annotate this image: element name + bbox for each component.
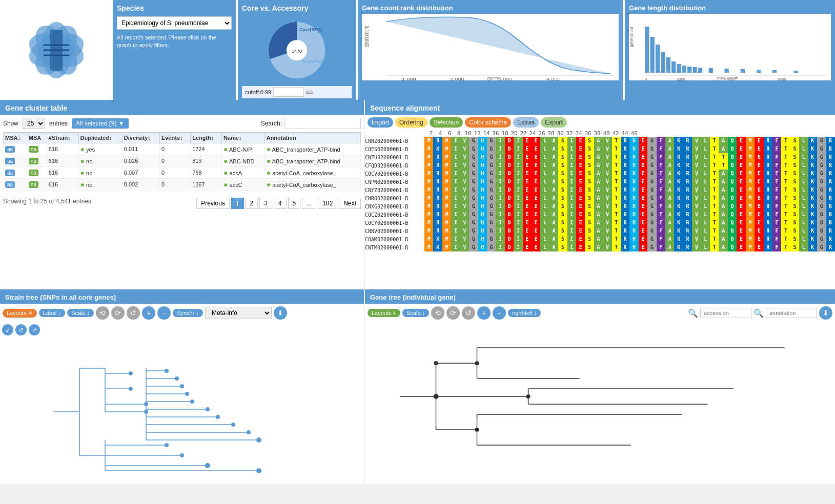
col-msa2[interactable]: MSA <box>27 133 47 143</box>
seq-row[interactable]: CNYZ02000001-BMRMIVGHGIDIEELASIESAVTRHEG… <box>365 186 835 194</box>
gene-length-chart[interactable]: gene count <box>629 14 831 80</box>
collapse-icon[interactable]: ⟳ <box>111 306 125 320</box>
color-scheme-button[interactable]: Color scheme <box>465 117 511 128</box>
page-2-button[interactable]: 2 <box>246 198 258 209</box>
svg-rect-35 <box>757 70 761 73</box>
table-row[interactable]: aa na 616 ● no 0.026 0 813 ● ABC-NBD ● A… <box>4 155 361 167</box>
cutoff-input[interactable] <box>273 88 304 97</box>
prev-button[interactable]: Previous <box>196 198 230 209</box>
rotate-center-icon[interactable]: ↺ <box>15 324 27 335</box>
cell-badge2[interactable]: na <box>27 143 47 155</box>
seq-row-label: CNTM02000001-B <box>365 245 424 250</box>
cell-badge2[interactable]: na <box>27 167 47 179</box>
seq-residue: I <box>451 235 460 243</box>
annotation-search-input[interactable] <box>766 308 817 318</box>
col-name[interactable]: Name↕ <box>222 133 265 143</box>
col-strain[interactable]: #Strain↕ <box>47 133 78 143</box>
gene-count-chart[interactable]: strain count 1,000 2,000 3,000 4,000 gen… <box>362 14 619 80</box>
seq-row[interactable]: CNNZ02000001-BMRMIVGHGIDIEELASIESAVTRHEG… <box>365 137 835 145</box>
col-duplicated[interactable]: Duplicated↕ <box>78 133 122 143</box>
zoom-out-icon[interactable]: − <box>157 306 171 320</box>
download-tree-button[interactable]: ⬇ <box>274 306 287 320</box>
seq-row[interactable]: COCY02000001-BMRMIVGHGIDIEELASIESAVTRHEG… <box>365 219 835 227</box>
download-gene-tree-button[interactable]: ⬇ <box>819 306 832 320</box>
col-diversity[interactable]: Diversity↕ <box>122 133 159 143</box>
species-description: All records selected. Please click on th… <box>117 34 232 50</box>
seq-row[interactable]: CNNV02000001-BMRMIVGHGIDIEELASIESAVTRHEG… <box>365 227 835 235</box>
zoom-in-icon[interactable]: + <box>142 306 155 320</box>
gene-tree-canvas[interactable] <box>365 322 835 471</box>
accession-search-input[interactable] <box>700 308 751 318</box>
table-row[interactable]: aa na 616 ● yes 0.011 0 1724 ● ABC-N/P ●… <box>4 143 361 155</box>
page-4-button[interactable]: 4 <box>274 198 287 209</box>
reset-icon[interactable]: ↺ <box>127 306 140 320</box>
seq-residue: T <box>781 153 790 161</box>
seq-row[interactable]: CNZU02000001-BMRMIVGHGIDIEELASIESAVTRHEG… <box>365 153 835 161</box>
gene-flip-icon[interactable]: ⟲ <box>431 306 444 320</box>
gene-rightleft-button[interactable]: right-left ↓ <box>508 309 541 317</box>
cell-badge2[interactable]: na <box>27 155 47 167</box>
seq-row[interactable]: CNRO02000001-BMRMIVGHGIDIEELASIESAVTRHEG… <box>365 194 835 202</box>
gene-collapse-icon[interactable]: ⟳ <box>446 306 460 320</box>
flip-icon[interactable]: ⟲ <box>96 306 109 320</box>
scale-button[interactable]: Scale ↓ <box>67 309 94 317</box>
pie-chart[interactable]: 1470 Core(32%) Acc(67%) <box>242 14 352 86</box>
show-select[interactable]: 25 <box>23 118 45 129</box>
label-button[interactable]: Label ↓ <box>39 309 65 317</box>
meta-info-select[interactable]: Meta-info <box>205 307 272 319</box>
ordering-button[interactable]: Ordering <box>395 117 427 128</box>
seq-residue: D <box>505 235 514 243</box>
cell-badge1[interactable]: aa <box>4 179 27 191</box>
cell-badge1[interactable]: aa <box>4 167 27 179</box>
gene-zoom-in-icon[interactable]: + <box>477 306 491 320</box>
rotate-left-icon[interactable]: ↙ <box>2 324 13 335</box>
table-row[interactable]: aa na 616 ● no 0.002 0 1367 ● accC ● ace… <box>4 179 361 191</box>
all-selected-button[interactable]: All selected (9) ▼ <box>72 118 129 129</box>
seq-residue: K <box>808 227 817 235</box>
seq-residue: S <box>790 153 799 161</box>
cell-badge1[interactable]: aa <box>4 143 27 155</box>
seq-row[interactable]: CNXG02000001-BMRMIVGHGIDIEELASIESAVTRHEG… <box>365 202 835 211</box>
search-input[interactable] <box>284 118 361 129</box>
synchr-button[interactable]: Synchr ↓ <box>173 309 203 317</box>
cell-badge1[interactable]: aa <box>4 155 27 167</box>
seq-row[interactable]: CFQD02000001-BMRMIVGHGIDIEELASIESAVTRHEG… <box>365 161 835 170</box>
seq-residue: A <box>719 219 727 227</box>
svg-rect-22 <box>650 37 654 73</box>
layouts-button[interactable]: Layouts ✕ <box>3 309 37 318</box>
page-ellipsis-button[interactable]: ... <box>302 198 316 209</box>
extras-button[interactable]: Extras <box>513 117 539 128</box>
species-dropdown[interactable]: Epidemiology of S. pneumoniae <box>117 16 232 30</box>
strain-tree-canvas[interactable] <box>0 338 364 484</box>
seq-residue: E <box>523 194 532 202</box>
rotate-right-icon[interactable]: ↗ <box>29 324 40 335</box>
cell-events: 0 <box>159 179 190 191</box>
seq-residue: I <box>496 137 504 145</box>
gene-reset-icon[interactable]: ↺ <box>462 306 475 320</box>
seq-row[interactable]: CNPN02000001-BMRMIVGHGIDIEELASIESAVTRHEG… <box>365 178 835 186</box>
gene-layouts-button[interactable]: Layouts + <box>368 309 400 317</box>
seq-row[interactable]: COES02000001-BMKMIVGHGIDIEELASIESAVTRHEG… <box>365 145 835 153</box>
col-events[interactable]: Events↕ <box>159 133 190 143</box>
import-button[interactable]: Import <box>368 117 393 128</box>
page-1-button[interactable]: 1 <box>231 198 244 209</box>
gene-zoom-out-icon[interactable]: − <box>493 306 506 320</box>
col-length[interactable]: Length↕ <box>191 133 222 143</box>
page-5-button[interactable]: 5 <box>288 198 301 209</box>
seq-row[interactable]: COCZ02000001-BMRMIVGHGIDIEELASIESAVTRHEG… <box>365 211 835 219</box>
cell-name: ● ABC-N/P <box>222 143 265 155</box>
seq-row[interactable]: COCV02000001-BMRMIVGHGIDIEELASIESAVTRHEG… <box>365 170 835 178</box>
page-182-button[interactable]: 182 <box>318 198 337 209</box>
col-msa1[interactable]: MSA↕ <box>4 133 27 143</box>
seq-row[interactable]: COAM02000001-BMKMIVGHGIDIEELASIESAVTRHEG… <box>365 235 835 243</box>
page-3-button[interactable]: 3 <box>259 198 272 209</box>
cell-badge2[interactable]: na <box>27 179 47 191</box>
selection-button[interactable]: Selection <box>430 117 463 128</box>
export-button[interactable]: Export <box>541 117 567 128</box>
next-button[interactable]: Next <box>339 198 361 209</box>
gene-scale-button[interactable]: Scale ↓ <box>402 309 429 317</box>
seq-residue: E <box>576 219 585 227</box>
seq-row[interactable]: CNTM02000001-BMKMIVGHGIDIEELASIESAVTRHEG… <box>365 243 835 251</box>
table-row[interactable]: aa na 616 ● no 0.007 0 768 ● accA ● acet… <box>4 167 361 179</box>
cutoff-button[interactable] <box>306 91 313 94</box>
